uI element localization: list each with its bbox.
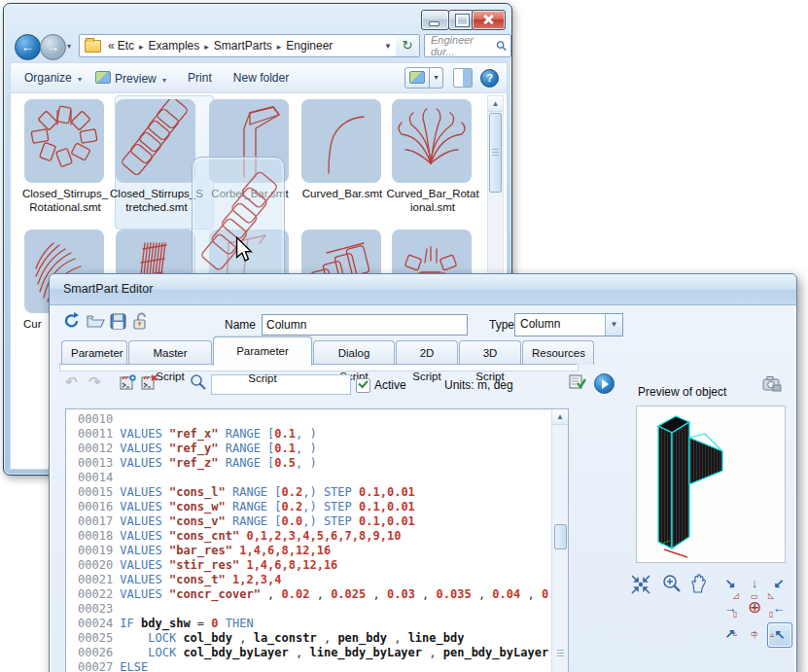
editor-scrollbar[interactable]: ▲ [551,409,568,672]
save-icon[interactable] [110,313,126,330]
file-thumbnail[interactable] [24,99,104,183]
dragged-thumbnail-icon [193,158,284,282]
preview-pane-toggle[interactable] [453,68,473,88]
maximize-button[interactable] [448,10,474,30]
search-input[interactable]: Engineer dur... [424,34,511,57]
sphere-icon: ⊕ [748,598,761,617]
tab-dialog-script[interactable]: Dialog Script [313,340,395,365]
close-button[interactable] [472,10,506,30]
new-folder-button[interactable]: New folder [233,71,289,85]
curved-bar-rotational-wireframe-icon [392,99,472,183]
file-label[interactable]: Curved_Bar_Rotational.smt [386,187,479,214]
view-shape-icon: ▭ [751,622,758,646]
pan-hand-icon[interactable] [688,573,710,594]
tab-2d-script[interactable]: 2D Script [396,340,458,365]
breadcrumb-item[interactable]: Engineer [286,39,333,53]
breadcrumb-item[interactable]: SmartParts [214,39,272,53]
view-top-button[interactable]: ↓▭ [743,572,766,595]
folder-icon [85,40,101,53]
view-iso-front-left-button[interactable]: ↙◺ [767,572,790,595]
file-label[interactable]: Closed_Stirrups_Rotational.smt [18,187,112,214]
reload-icon[interactable] [63,312,81,330]
column-wireframe-preview [637,407,783,560]
tab-resources[interactable]: Resources [522,340,594,365]
dialog-title[interactable]: SmartPart Editor [50,274,796,305]
file-label[interactable]: Closed_Stirrups_Stretched.smt [110,187,203,214]
help-button[interactable]: ? [480,69,499,88]
tab-parameter-script[interactable]: Parameter Script [213,336,312,366]
breadcrumb-item[interactable]: Examples [149,39,200,53]
chevron-down-icon: ▾ [78,75,82,84]
unlock-icon[interactable] [133,312,149,330]
view-bottom-button[interactable]: ↑▭ [743,622,766,646]
scrollbar-thumb[interactable] [554,524,567,549]
organize-button[interactable]: Organize ▾ [24,71,82,85]
print-button[interactable]: Print [188,71,212,85]
preview-button[interactable]: Preview ▾ [95,71,166,86]
file-thumbnail[interactable] [392,99,472,183]
scroll-up-icon[interactable]: ▲ [488,96,503,112]
scrollbar-thumb[interactable] [489,113,502,193]
view-sphere-button[interactable]: ⊕ [743,597,766,620]
views-button[interactable] [404,67,430,88]
breadcrumb-separator-icon: ▸ [199,42,214,52]
view-iso-back-right-button[interactable]: ↗▵ [719,622,742,646]
breadcrumb-chevrons[interactable]: « [105,39,118,53]
file-thumbnail[interactable] [301,99,381,183]
type-select[interactable]: Column ▼ [514,313,623,336]
file-thumbnail[interactable] [116,99,195,183]
views-dropdown[interactable]: ▾ [430,67,443,88]
breadcrumb-item[interactable]: Etc [118,39,134,53]
breadcrumb: Etc▸Examples▸SmartParts▸Engineer [118,39,334,53]
script-search-input[interactable] [211,374,351,395]
delete-script-icon[interactable] [141,374,158,391]
name-input[interactable]: Column [262,314,468,336]
code-line: 00016 VALUES "cons_w" RANGE [0.2,) STEP … [66,500,551,514]
tab-parameter[interactable]: Parameter [61,340,127,365]
open-folder-icon[interactable] [87,314,106,329]
view-iso-front-right-button[interactable]: ↘◿ [719,572,742,595]
check-script-icon[interactable] [569,373,586,391]
minimize-button[interactable] [421,10,449,30]
code-line: 00024 IF bdy_shw = 0 THEN [66,617,551,631]
code-line: 00025 LOCK col_bdy , la_constr , pen_bdy… [66,631,551,646]
code-line: 00012 VALUES "ref_y" RANGE [0.1, ) [66,442,551,456]
active-label[interactable]: Active [374,378,406,392]
arrow-icon: ← [773,601,786,616]
tab-3d-script[interactable]: 3D Script [459,340,521,365]
back-button[interactable]: ← [15,34,41,60]
history-dropdown-icon[interactable]: ▾ [67,42,71,51]
chevron-down-icon[interactable]: ▼ [605,314,622,336]
camera-icon[interactable] [762,375,782,392]
code-editor[interactable]: 00010 00011 VALUES "ref_x" RANGE [0.1, )… [65,408,569,672]
address-bar[interactable]: « Etc▸Examples▸SmartParts▸Engineer ▼ [79,34,398,57]
active-checkbox[interactable] [356,378,370,393]
tab-master-script[interactable]: Master Script [128,340,212,365]
code-line: 00010 [66,412,551,427]
file-label[interactable]: Curved_Bar.smt [296,187,389,200]
zoom-icon[interactable] [661,573,683,594]
type-label: Type [489,318,514,332]
redo-icon[interactable]: ↷ [88,373,101,391]
fit-view-icon[interactable] [630,574,651,595]
scroll-up-icon[interactable]: ▲ [552,409,568,425]
views-icon [409,71,425,84]
code-lines: 00010 00011 VALUES "ref_x" RANGE [0.1, )… [66,412,551,672]
view-iso-back-left-button[interactable]: ↖▵ [767,622,792,648]
object-preview[interactable] [636,406,786,563]
drag-ghost [192,157,285,285]
view-direction-pad: ↘◿↓▭↙◺→▯⊕←▯↗▵↑▭↖▵ [719,572,792,646]
view-right-button[interactable]: →▯ [719,597,742,620]
address-dropdown-icon[interactable]: ▼ [379,42,397,51]
breadcrumb-separator-icon: ▸ [272,42,287,52]
maximize-icon [456,15,469,26]
mouse-cursor-icon [235,236,253,263]
view-left-button[interactable]: ←▯ [767,597,790,620]
new-script-icon[interactable] [120,374,136,391]
forward-button[interactable]: → [40,34,66,60]
search-icon [496,40,507,52]
run-button[interactable] [594,373,615,394]
refresh-button[interactable]: ↻ [396,34,420,57]
undo-icon[interactable]: ↶ [65,373,78,391]
arrow-icon: ↖ [775,627,786,642]
